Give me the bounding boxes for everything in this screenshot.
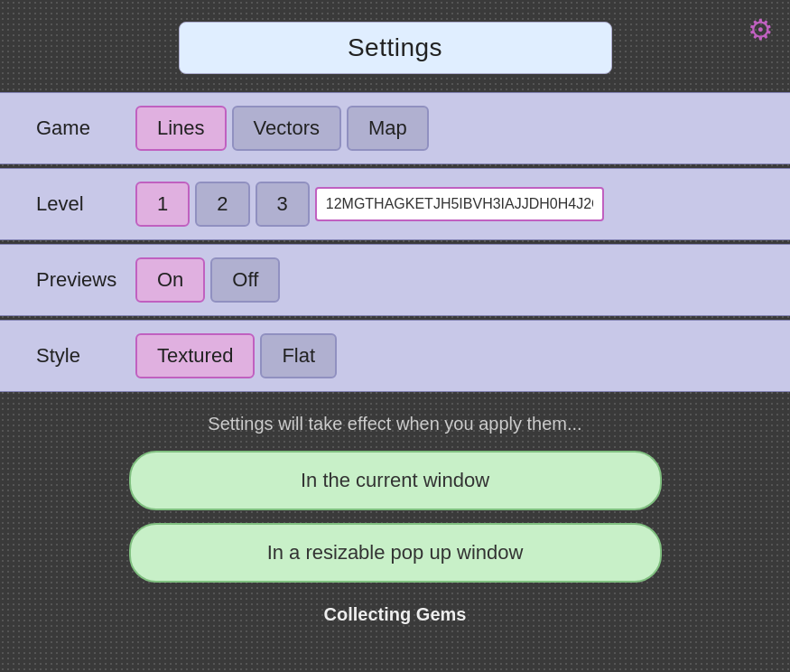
style-btn-group: Textured Flat	[135, 333, 337, 378]
apply-popup-window-button[interactable]: In a resizable pop up window	[129, 523, 662, 583]
previews-btn-on[interactable]: On	[135, 257, 205, 303]
game-row: Game Lines Vectors Map	[0, 92, 790, 164]
bottom-area: Settings will take effect when you apply…	[0, 396, 790, 625]
style-btn-textured[interactable]: Textured	[135, 333, 255, 378]
title-container: Settings	[0, 0, 790, 92]
level-btn-2[interactable]: 2	[195, 182, 249, 227]
apply-current-window-button[interactable]: In the current window	[129, 451, 662, 510]
level-code-input[interactable]	[315, 187, 604, 221]
game-btn-group: Lines Vectors Map	[135, 106, 429, 151]
level-btn-3[interactable]: 3	[256, 182, 310, 227]
previews-btn-off[interactable]: Off	[210, 257, 280, 303]
style-row: Style Textured Flat	[0, 320, 790, 392]
footer-text: Collecting Gems	[36, 604, 754, 625]
previews-btn-group: On Off	[135, 257, 280, 303]
game-btn-vectors[interactable]: Vectors	[232, 106, 341, 151]
settings-title: Settings	[179, 22, 612, 74]
style-btn-flat[interactable]: Flat	[260, 333, 337, 378]
level-btn-group: 1 2 3	[135, 182, 604, 227]
game-label: Game	[36, 117, 135, 140]
previews-row: Previews On Off	[0, 244, 790, 316]
notice-text: Settings will take effect when you apply…	[36, 414, 754, 434]
level-row: Level 1 2 3	[0, 168, 790, 240]
previews-label: Previews	[36, 268, 135, 292]
gear-icon[interactable]: ⚙	[748, 13, 774, 47]
level-btn-1[interactable]: 1	[135, 182, 190, 227]
game-btn-map[interactable]: Map	[347, 106, 429, 151]
level-label: Level	[36, 192, 135, 216]
style-label: Style	[36, 344, 135, 368]
game-btn-lines[interactable]: Lines	[135, 106, 227, 151]
